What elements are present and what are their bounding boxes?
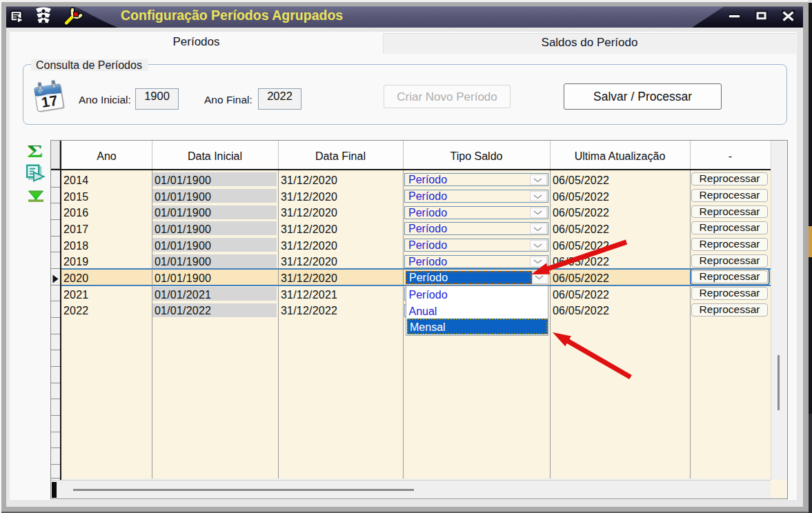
svg-text:Configuração Períodos Agrupado: Configuração Períodos Agrupados [121, 8, 343, 23]
svg-text:17: 17 [40, 92, 59, 110]
svg-text:Σ: Σ [27, 143, 43, 162]
